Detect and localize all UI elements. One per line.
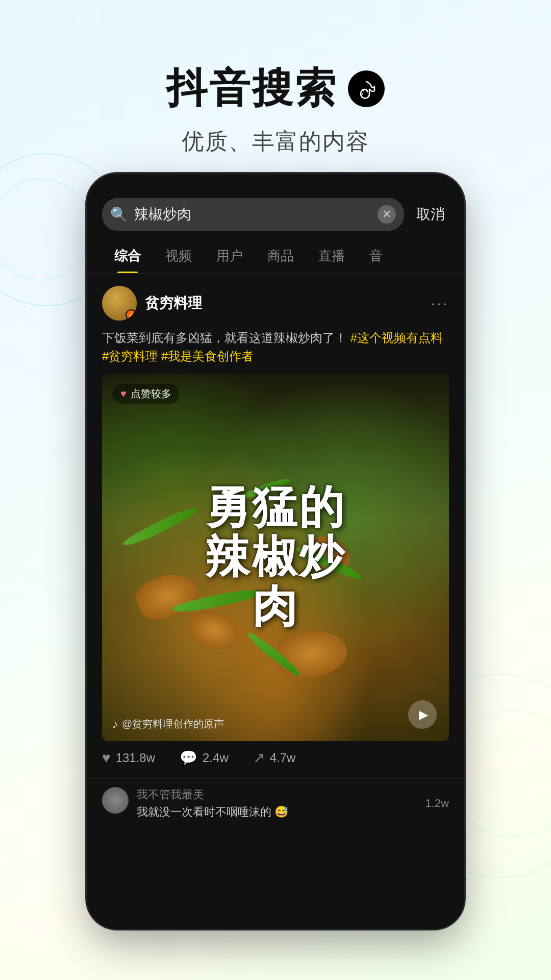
play-icon: ▶ xyxy=(419,707,428,722)
likes-count[interactable]: ♥ 131.8w xyxy=(102,750,155,766)
audio-text: @贫穷料理创作的原声 xyxy=(122,717,224,731)
post-body-text: 下饭菜到底有多凶猛，就看这道辣椒炒肉了！ xyxy=(102,331,347,345)
comment-icon: 💬 xyxy=(180,749,197,766)
tab-商品[interactable]: 商品 xyxy=(255,239,306,273)
search-icon: 🔍 xyxy=(110,206,128,223)
hashtag-3[interactable]: #我是美食创作者 xyxy=(161,349,254,363)
app-subtitle: 优质、丰富的内容 xyxy=(0,127,551,157)
like-badge-text: 点赞较多 xyxy=(131,387,171,401)
card-header: ✓ 贫穷料理 ··· xyxy=(102,286,449,321)
hashtag-2[interactable]: #贫穷料理 xyxy=(102,349,158,363)
tab-音[interactable]: 音 xyxy=(357,239,395,273)
hashtag-1[interactable]: #这个视频有点料 xyxy=(350,331,443,345)
heart-icon: ♥ xyxy=(102,750,111,766)
more-options-button[interactable]: ··· xyxy=(431,294,449,313)
content-area: ✓ 贫穷料理 ··· 下饭菜到底有多凶猛，就看这道辣椒炒肉了！ #这个视频有点料… xyxy=(87,274,464,929)
tab-bar: 综合 视频 用户 商品 直播 音 xyxy=(87,239,464,274)
comment-avatar xyxy=(102,787,129,814)
engagement-row: ♥ 131.8w 💬 2.4w ↗ 4.7w xyxy=(102,741,449,770)
post-text: 下饭菜到底有多凶猛，就看这道辣椒炒肉了！ #这个视频有点料 #贫穷料理 #我是美… xyxy=(102,329,449,365)
search-input-wrap[interactable]: 🔍 辣椒炒肉 ✕ xyxy=(102,198,404,231)
comment-content: 我不管我最美 我就没一次看时不咽唾沫的 😅 xyxy=(137,787,417,820)
search-bar-area: 🔍 辣椒炒肉 ✕ 取消 xyxy=(87,174,464,239)
header-section: 抖音搜索 ♪ 优质、丰富的内容 xyxy=(0,0,551,187)
audio-info: ♪ @贫穷料理创作的原声 xyxy=(112,717,224,731)
svg-text:♪: ♪ xyxy=(360,86,367,97)
verified-badge: ✓ xyxy=(126,309,137,321)
result-card: ✓ 贫穷料理 ··· 下饭菜到底有多凶猛，就看这道辣椒炒肉了！ #这个视频有点料… xyxy=(87,274,464,778)
comments-value: 2.4w xyxy=(203,751,229,765)
search-clear-button[interactable]: ✕ xyxy=(378,205,396,224)
comment-preview: 我不管我最美 我就没一次看时不咽唾沫的 😅 1.2w xyxy=(87,778,464,828)
heart-icon: ♥ xyxy=(120,388,127,400)
comment-views: 1.2w xyxy=(425,797,449,810)
phone-screen: 🔍 辣椒炒肉 ✕ 取消 综合 视频 用户 商品 直播 xyxy=(87,174,464,929)
tiktok-note-icon: ♪ xyxy=(112,718,118,731)
play-button[interactable]: ▶ xyxy=(408,700,437,729)
meat-visual-3 xyxy=(272,625,350,683)
video-thumbnail[interactable]: ♥ 点赞较多 勇猛的辣椒炒肉 ♪ @贫穷料理创作的原声 ▶ xyxy=(102,374,449,741)
comment-text: 我就没一次看时不咽唾沫的 😅 xyxy=(137,804,417,820)
close-icon: ✕ xyxy=(382,208,391,221)
app-title: 抖音搜索 ♪ xyxy=(0,61,551,116)
phone-frame: 🔍 辣椒炒肉 ✕ 取消 综合 视频 用户 商品 直播 xyxy=(87,174,464,929)
tab-视频[interactable]: 视频 xyxy=(153,239,204,273)
likes-value: 131.8w xyxy=(116,751,155,765)
title-text: 抖音搜索 xyxy=(166,61,338,116)
avatar[interactable]: ✓ xyxy=(102,286,137,321)
user-info: ✓ 贫穷料理 xyxy=(102,286,202,321)
search-query: 辣椒炒肉 xyxy=(134,205,371,224)
comment-author: 我不管我最美 xyxy=(137,787,417,802)
tab-综合[interactable]: 综合 xyxy=(102,239,153,273)
tab-直播[interactable]: 直播 xyxy=(306,239,357,273)
tab-用户[interactable]: 用户 xyxy=(204,239,255,273)
comments-count[interactable]: 💬 2.4w xyxy=(180,749,229,766)
like-badge: ♥ 点赞较多 xyxy=(112,384,180,404)
shares-count[interactable]: ↗ 4.7w xyxy=(253,749,296,766)
cancel-button[interactable]: 取消 xyxy=(412,205,449,224)
video-overlay-text: 勇猛的辣椒炒肉 xyxy=(119,483,432,631)
username[interactable]: 贫穷料理 xyxy=(145,293,202,313)
share-icon: ↗ xyxy=(253,749,265,766)
shares-value: 4.7w xyxy=(270,751,296,765)
tiktok-logo-icon: ♪ xyxy=(348,70,385,107)
